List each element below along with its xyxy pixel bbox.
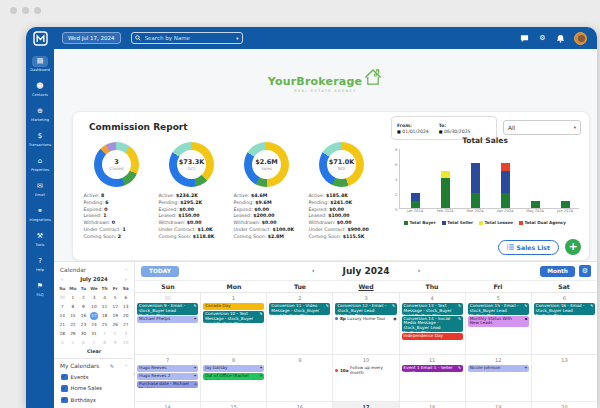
sidebar-item-contacts[interactable]: ☻Contacts (26, 81, 54, 106)
chat-icon[interactable] (520, 34, 529, 43)
mini-day[interactable]: 10 (89, 302, 100, 311)
mini-day[interactable]: 16 (78, 311, 89, 320)
day-cell-2[interactable]: 2Conversion 11 - Video Message - stock_B… (267, 293, 333, 354)
sidebar-item-transactions[interactable]: $Transactions (26, 131, 54, 156)
app-logo[interactable] (26, 27, 54, 49)
mini-day[interactable]: 15 (68, 311, 79, 320)
mini-day[interactable]: 27 (120, 320, 131, 329)
mini-day[interactable]: 2 (78, 293, 89, 302)
checkbox-checked-icon[interactable]: ✓ (61, 385, 68, 392)
calendar-event[interactable]: Conversion 14 - Social Media Message - s… (402, 316, 463, 333)
search-input[interactable] (143, 34, 235, 42)
calendar-event[interactable]: 8pLuxury Home Tour◉ (335, 316, 396, 321)
day-cell-12[interactable]: 12Nicole Johnson✦ (466, 355, 532, 401)
day-cell-1[interactable]: 1Canada DayConversion 10 - Text Message … (201, 293, 267, 354)
mini-day[interactable]: 20 (120, 311, 131, 320)
mini-day[interactable]: 6 (120, 293, 131, 302)
day-cell-16[interactable]: 16Attach Home Sold and Elect▪ (267, 402, 333, 408)
from-date-field[interactable]: ■ 01/01/2024 (397, 129, 429, 134)
mini-day[interactable]: 18 (99, 311, 110, 320)
calendar-event[interactable]: Independence Day (402, 333, 463, 340)
day-cell-4[interactable]: 4Conversion 13 - Text Message - stock_Bu… (400, 293, 466, 354)
day-cell-14[interactable]: 14 (135, 402, 201, 408)
sidebar-item-properties[interactable]: ⌂Properties (26, 156, 54, 181)
calendar-settings-icon[interactable]: ⚙ (579, 265, 591, 277)
mini-day[interactable]: 4 (57, 338, 68, 347)
calendar-event[interactable]: Conversion 15 - Email - stock_Buyer Lead… (468, 303, 529, 315)
calendar-event[interactable]: Conversion 13 - Text Message - stock_Buy… (402, 303, 463, 315)
next-month-icon[interactable]: › (125, 276, 127, 282)
calendar-event[interactable]: Purchase date - Michael Phelps⌂ (137, 381, 198, 388)
mini-day[interactable]: 5 (68, 338, 79, 347)
day-cell-6[interactable]: 6Conversion 16 - Email - stock_Buyer Lea… (532, 293, 597, 354)
maximize-window-icon[interactable] (34, 7, 41, 14)
day-cell-9[interactable]: 9 (267, 355, 333, 401)
mini-day[interactable]: 8 (68, 302, 79, 311)
mini-day[interactable]: 12 (110, 302, 121, 311)
user-avatar[interactable] (574, 32, 587, 45)
clear-button[interactable]: Clear (54, 349, 134, 354)
calendar-event[interactable]: Hugo Reeves✦ (137, 365, 198, 372)
mini-day[interactable]: 5 (110, 293, 121, 302)
mini-day[interactable]: 21 (57, 320, 68, 329)
date-button[interactable]: Wed Jul 17, 2024 (62, 32, 121, 44)
calendar-event[interactable]: Monthly Status With New Leads▪ (468, 316, 529, 328)
search-box[interactable]: ▾ (131, 32, 243, 44)
day-cell-11[interactable]: 11Event 1 Email 1 - Seller Leads✎ (400, 355, 466, 401)
day-cell-15[interactable]: 15Monthly Commission Review▪ (201, 402, 267, 408)
collapse-icon[interactable]: ⌃ (124, 364, 128, 369)
mini-day[interactable]: 10 (120, 338, 131, 347)
calendar-event[interactable]: Event 1 Email 1 - Seller Leads✎ (402, 365, 463, 372)
calendar-toggle-home-sales[interactable]: ✓Home Sales (54, 383, 134, 395)
mini-day[interactable]: 8 (99, 338, 110, 347)
mini-day[interactable]: 19 (110, 311, 121, 320)
day-cell-10[interactable]: 1010aFollow up every month (333, 355, 399, 401)
search-dropdown-icon[interactable]: ▾ (236, 36, 238, 41)
calendar-event[interactable]: Conversion 11 - Video Message - stock_Bu… (269, 303, 330, 315)
sales-list-button[interactable]: Sales List (498, 240, 560, 255)
calendar-event[interactable]: 10aFollow up every month (335, 365, 396, 375)
minimize-window-icon[interactable] (22, 7, 29, 14)
calendar-event[interactable]: Conversion 10 - Text Message - stock_Buy… (203, 311, 264, 323)
calendar-event[interactable]: Conversion 12 - Email - stock_Buyer Lead… (335, 303, 396, 315)
calendar-event[interactable]: Canada Day (203, 303, 264, 310)
sidebar-item-dashboard[interactable]: ▤Dashboard (26, 56, 54, 81)
sidebar-item-email[interactable]: ✉Email (26, 181, 54, 206)
calendar-event[interactable]: Jay Gatsby✦ (203, 365, 264, 372)
checkbox-checked-icon[interactable]: ✓ (61, 374, 68, 381)
mini-day[interactable]: 1 (99, 329, 110, 338)
calendar-toggle-birthdays[interactable]: ✓Birthdays (54, 394, 134, 406)
day-cell-17[interactable]: 17 (333, 402, 399, 408)
calendar-toggle-events[interactable]: ✓Events (54, 371, 134, 383)
day-cell-30[interactable]: 30Conversion 9 - Email - stock_Buyer Lea… (135, 293, 201, 354)
sidebar-item-marketing[interactable]: ⊕Marketing (26, 106, 54, 131)
day-cell-13[interactable]: 13 (532, 355, 597, 401)
calendar-event[interactable]: Hugo Reeves 2✦ (137, 373, 198, 380)
checkbox-checked-icon[interactable]: ✓ (61, 397, 68, 404)
mini-day[interactable]: 6 (78, 338, 89, 347)
settings-icon[interactable]: ⚙ (538, 34, 547, 43)
mini-day[interactable]: 23 (78, 320, 89, 329)
mini-day[interactable]: 4 (99, 293, 110, 302)
mini-day[interactable]: 30 (78, 329, 89, 338)
mini-day[interactable]: 7 (57, 302, 68, 311)
mini-day[interactable]: 25 (99, 320, 110, 329)
mini-day[interactable]: 22 (68, 320, 79, 329)
mini-day[interactable]: 31 (89, 329, 100, 338)
mini-day[interactable]: 14 (57, 311, 68, 320)
add-sale-button[interactable]: + (565, 239, 581, 255)
sidebar-item-tools[interactable]: ⚒Tools (26, 231, 54, 256)
agent-filter-select[interactable]: All ▾ (503, 120, 581, 135)
mini-day[interactable]: 26 (110, 320, 121, 329)
notifications-icon[interactable] (556, 34, 565, 43)
mini-day[interactable]: 29 (68, 329, 79, 338)
close-window-icon[interactable] (10, 7, 17, 14)
prev-month-icon[interactable]: ‹ (312, 267, 315, 275)
collapse-icon[interactable]: ⌃ (124, 268, 128, 273)
day-cell-19[interactable]: 19Post Disclosure Test▪ (466, 402, 532, 408)
calendar-event[interactable]: Conversion 9 - Email - stock_Buyer Lead … (137, 303, 198, 315)
day-cell-18[interactable]: 18 (400, 402, 466, 408)
sidebar-item-faq[interactable]: ⚑FAQ (26, 281, 54, 306)
mini-day[interactable]: 17 (89, 311, 100, 320)
to-date-field[interactable]: ■ 06/30/2025 (439, 129, 471, 134)
